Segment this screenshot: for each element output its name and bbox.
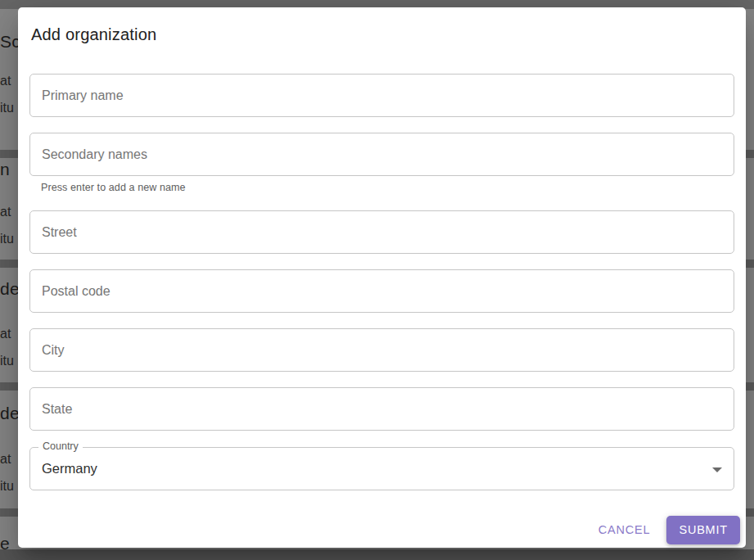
background-text-fragment: n [0,160,10,178]
secondary-names-input[interactable] [29,133,734,176]
background-bottom-bar [0,549,754,560]
secondary-names-field [29,133,734,176]
city-input[interactable] [29,328,734,372]
country-selected-value: Germany [30,448,734,490]
background-text-fragment: itu [0,102,14,115]
country-select[interactable]: Country Germany [29,447,734,490]
chevron-down-icon [712,467,722,472]
country-select-label: Country [38,440,83,452]
dialog-title: Add organization [31,25,734,44]
city-field [29,328,734,372]
state-field [29,387,734,431]
primary-name-field [29,74,734,117]
street-field [29,210,734,254]
submit-button[interactable]: SUBMIT [666,516,740,544]
background-text-fragment: at [0,327,11,341]
background-text-fragment: de [0,404,20,422]
postal-code-input[interactable] [29,269,734,313]
background-text-fragment: at [0,75,11,88]
state-input[interactable] [29,387,734,431]
background-text-fragment: itu [0,355,14,368]
background-text-fragment: at [0,205,11,219]
primary-name-input[interactable] [29,74,734,117]
street-input[interactable] [29,210,734,254]
add-organization-dialog: Add organization Press enter to add a ne… [18,7,746,548]
background-text-fragment: at [0,453,11,466]
postal-code-field [29,269,734,313]
cancel-button[interactable]: CANCEL [590,516,659,544]
dialog-actions: CANCEL SUBMIT [29,516,740,544]
secondary-names-helper-text: Press enter to add a new name [29,182,734,193]
background-text-fragment: itu [0,480,14,493]
background-text-fragment: itu [0,233,14,246]
background-text-fragment: de [0,280,20,297]
